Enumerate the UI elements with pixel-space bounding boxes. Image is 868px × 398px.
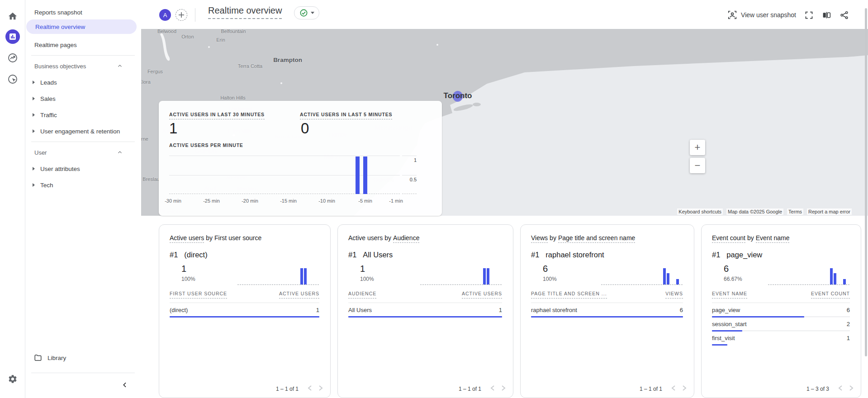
top-item-row: #1All Users <box>348 251 393 259</box>
sidebar-item-label: Reports snapshot <box>34 9 82 16</box>
explore-icon[interactable] <box>5 51 20 65</box>
row-name: All Users <box>348 307 372 313</box>
sidebar-item-reports-snapshot[interactable]: Reports snapshot <box>25 5 137 19</box>
next-page-icon[interactable] <box>849 385 854 393</box>
table-row: page_view6 <box>712 303 850 317</box>
row-share-bar <box>170 316 319 317</box>
next-page-icon[interactable] <box>501 385 506 393</box>
card-title-dropdown[interactable]: Active users <box>348 234 383 242</box>
sparkline-chart <box>601 268 683 285</box>
sidebar-item-sales[interactable]: Sales <box>25 92 137 105</box>
row-value: 6 <box>847 307 850 313</box>
view-user-snapshot-label: View user snapshot <box>741 11 796 19</box>
active-users-5min-label: ACTIVE USERS IN LAST 5 MINUTES <box>300 112 392 119</box>
card-pagination: 1 – 1 of 1 <box>459 385 506 393</box>
sidebar-item-label: Realtime overview <box>35 24 85 30</box>
library-label: Library <box>47 355 66 361</box>
spark-bar <box>663 268 666 284</box>
table-body: (direct)1 <box>170 303 319 317</box>
card-title-part[interactable]: Active users <box>170 234 204 243</box>
home-icon[interactable] <box>5 9 20 24</box>
expand-arrow-icon <box>33 113 35 117</box>
collapse-sidebar-button[interactable] <box>119 379 130 390</box>
next-page-icon[interactable] <box>318 385 323 393</box>
view-user-snapshot-button[interactable]: View user snapshot <box>727 10 796 20</box>
spark-bar <box>834 273 836 284</box>
card-title: Active usersbyAudience <box>348 234 421 242</box>
previous-page-icon[interactable] <box>308 385 312 393</box>
zoom-in-button[interactable]: + <box>690 140 705 155</box>
top-item-row: #1(direct) <box>170 251 208 259</box>
reports-icon[interactable] <box>5 29 20 44</box>
add-comparison-button[interactable] <box>175 9 187 21</box>
avatar[interactable]: A <box>159 9 171 21</box>
sidebar-item-user-engagement-retention[interactable]: User engagement & retention <box>25 124 137 138</box>
row-value: 1 <box>847 335 850 341</box>
sidebar-item-tech[interactable]: Tech <box>25 178 137 192</box>
table-row: first_visit1 <box>712 331 850 345</box>
sidebar-item-realtime-pages[interactable]: Realtime pages <box>25 38 137 52</box>
sidebar-item-label: Tech <box>40 182 53 189</box>
page-scrollbar[interactable] <box>865 8 867 356</box>
sidebar-item-leads[interactable]: Leads <box>25 76 137 89</box>
zoom-out-button[interactable]: − <box>690 158 705 173</box>
sidebar-item-user-attributes[interactable]: User attributes <box>25 162 137 175</box>
expand-arrow-icon <box>33 129 35 133</box>
row-value: 1 <box>499 307 502 313</box>
previous-page-icon[interactable] <box>838 385 843 393</box>
y-tick-05: 0.5 <box>410 177 417 182</box>
card-title-part: by <box>747 234 754 242</box>
spark-bar <box>487 268 489 284</box>
compare-icon[interactable] <box>822 10 831 20</box>
sidebar-section-label: User <box>34 149 47 156</box>
spark-bar <box>304 268 307 284</box>
top-item-value: 1 <box>181 264 186 274</box>
x-tick--1-min: -1 min <box>389 198 403 204</box>
sidebar-section-label: Business objectives <box>34 63 86 70</box>
card-title-part[interactable]: Page title and screen name <box>558 234 635 243</box>
settings-gear-icon[interactable] <box>5 372 20 386</box>
previous-page-icon[interactable] <box>490 385 495 393</box>
card-title-part[interactable]: Views <box>531 234 548 243</box>
card-title-part[interactable]: Audience <box>393 234 419 243</box>
sidebar-item-realtime-overview[interactable]: Realtime overview <box>26 19 137 34</box>
sidebar-section-user[interactable]: User <box>25 146 137 159</box>
column-header: EVENT NAME <box>712 291 747 298</box>
card-title-part[interactable]: Event name <box>756 234 790 243</box>
advertising-icon[interactable] <box>5 72 20 86</box>
row-share-bar <box>712 344 727 346</box>
table-body: raphael storefront6 <box>531 303 683 317</box>
next-page-icon[interactable] <box>682 385 687 393</box>
fullscreen-icon[interactable] <box>804 10 814 20</box>
previous-page-icon[interactable] <box>671 385 676 393</box>
sidebar-item-label: Leads <box>40 79 57 86</box>
card-title-part[interactable]: Event count <box>712 234 745 243</box>
map-attribution-0[interactable]: Keyboard shortcuts <box>677 208 723 215</box>
sidebar-item-label: User engagement & retention <box>40 128 120 135</box>
metric-card-2: ViewsbyPage title and screen name#1rapha… <box>520 224 694 398</box>
card-pagination: 1 – 1 of 1 <box>276 385 323 393</box>
data-quality-badge[interactable] <box>294 6 319 19</box>
sidebar-divider <box>31 142 135 142</box>
row-value: 2 <box>847 321 850 327</box>
active-users-5min-value: 0 <box>301 120 309 137</box>
map-attribution-3[interactable]: Report a map error <box>807 208 852 215</box>
top-item-value: 1 <box>360 264 365 274</box>
metric-card-1: Active usersbyAudience#1All Users1100%AU… <box>337 224 513 398</box>
page-title[interactable]: Realtime overview <box>208 5 282 19</box>
per-minute-bar-chart <box>169 156 400 194</box>
top-item-name: (direct) <box>184 251 207 259</box>
column-header: PAGE TITLE AND SCREEN ... <box>531 291 607 298</box>
column-header: ACTIVE USERS <box>462 291 502 298</box>
sidebar-section-business-objectives[interactable]: Business objectives <box>25 59 137 73</box>
sidebar-item-traffic[interactable]: Traffic <box>25 108 137 122</box>
map-attribution-2[interactable]: Terms <box>787 208 803 215</box>
library-item[interactable]: Library <box>25 351 137 365</box>
user-snapshot-icon <box>727 10 737 20</box>
pagination-label: 1 – 1 of 1 <box>276 386 299 392</box>
sparkline-chart <box>420 268 502 285</box>
map-attribution: Keyboard shortcutsMap data ©2025 GoogleT… <box>677 208 852 215</box>
rank-label: #1 <box>531 251 539 259</box>
card-title-dropdown[interactable]: First user source <box>214 234 261 242</box>
share-icon[interactable] <box>840 10 849 20</box>
